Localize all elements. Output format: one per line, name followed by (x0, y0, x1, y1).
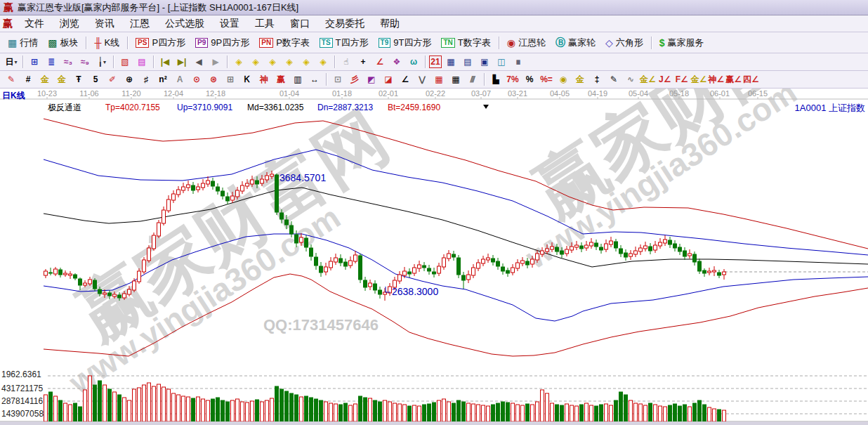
diamond-center-icon[interactable]: ◈ (315, 55, 331, 69)
period-selector-dropdown-icon[interactable]: ▾ (14, 59, 17, 65)
chart-pane[interactable]: 赢家财富网www.yingjia360.com赢家财富网www.yingjia3… (0, 89, 868, 425)
diamond-wide-icon[interactable]: ◈ (298, 55, 314, 69)
mini-candle-icon-dropdown-icon[interactable]: ▾ (103, 59, 106, 65)
menu-trade-entrust[interactable]: 交易委托 (317, 18, 372, 30)
diamond-right-icon[interactable]: ◈ (248, 55, 263, 69)
clock-cycle-tool[interactable]: ⊕ (121, 72, 137, 86)
win-angle-tool[interactable]: 赢∠ (725, 72, 742, 86)
gold-line-tool[interactable]: 金 (572, 72, 588, 86)
compass-tool[interactable]: ⊙ (189, 72, 204, 86)
notes-icon[interactable]: ▤ (460, 55, 475, 69)
black-grid-tool[interactable]: ▦ (448, 72, 463, 86)
menu-file[interactable]: 文件 (17, 18, 52, 30)
first-bar-icon[interactable]: |◀ (157, 55, 173, 69)
menu-tools[interactable]: 工具 (247, 18, 282, 30)
diamond-compress-icon[interactable]: ◈ (282, 55, 297, 69)
wave9-icon[interactable]: ≈₉ (77, 55, 93, 69)
gold-circle-tool[interactable]: ◉ (555, 72, 571, 86)
f-ruler-tool[interactable]: Ŧ (71, 72, 86, 86)
menu-settings[interactable]: 设置 (212, 18, 247, 30)
red-grid-tool[interactable]: ▦ (431, 72, 447, 86)
wave-av-tool[interactable]: ∿ (623, 72, 638, 86)
toolbar-button-p-number-table[interactable]: PNP数字表 (254, 34, 315, 52)
gann-box-icon[interactable]: ⊞ (27, 55, 42, 69)
v-line-tool[interactable]: ⋁ (414, 72, 430, 86)
toolbar-button-quotes[interactable]: ▦行情 (3, 34, 43, 52)
next-bar-icon[interactable]: ▶ (208, 55, 223, 69)
k-quote-tool[interactable]: Ꮶ (239, 72, 255, 86)
menu-news[interactable]: 资讯 (87, 18, 122, 30)
toolbar-button-gann-wheel[interactable]: ◉江恩轮 (502, 34, 551, 52)
f-angle-tool[interactable]: F∠ (674, 72, 690, 86)
cycle-icon[interactable]: ω (406, 55, 421, 69)
toolbar-button-t-square[interactable]: TST四方形 (315, 34, 374, 52)
toolbar-button-9t-square[interactable]: T99T四方形 (374, 34, 437, 52)
five-ruler-tool[interactable]: 5 (88, 72, 103, 86)
prev-bar-icon[interactable]: ◀ (191, 55, 206, 69)
menu-gann[interactable]: 江恩 (122, 18, 157, 30)
pct-tool[interactable]: % (522, 72, 537, 86)
gold-grid-tool-1[interactable]: 金 (37, 72, 53, 86)
seven-pct-tool[interactable]: 7% (505, 72, 520, 86)
menu-formula-stock-pick[interactable]: 公式选股 (157, 18, 212, 30)
pencil-tool[interactable]: ✎ (4, 72, 19, 86)
star-web-tool[interactable]: ⊛ (206, 72, 221, 86)
toolbar-button-hexagon[interactable]: ◇六角形 (600, 34, 648, 52)
diamond-expand-icon[interactable]: ◈ (265, 55, 280, 69)
brush-tool[interactable]: ✎ (606, 72, 622, 86)
crosshair-icon[interactable]: + (355, 55, 371, 69)
ray-fan-tool[interactable]: 彡 (347, 72, 362, 86)
airbrush-tool[interactable]: ✐ (105, 72, 120, 86)
gold-angle-tool-1[interactable]: 金∠ (640, 72, 656, 86)
calculator-icon[interactable]: ▦ (443, 55, 459, 69)
calendar-icon[interactable]: 21 (429, 55, 442, 68)
histogram-tool[interactable]: ▙ (488, 72, 504, 86)
angle-measure-icon[interactable]: ∠ (372, 55, 388, 69)
toolbar-button-sectors[interactable]: ▩板块 (43, 34, 83, 52)
j-angle-tool[interactable]: J∠ (657, 72, 673, 86)
menu-window[interactable]: 窗口 (282, 18, 317, 30)
toolbar-button-winner-service[interactable]: $赢家服务 (655, 34, 709, 52)
toolbar-button-t-number-table[interactable]: TNT数字表 (436, 34, 495, 52)
menu-help[interactable]: 帮助 (372, 18, 407, 30)
box-plus-tool[interactable]: ⊡ (330, 72, 346, 86)
span-arrow-tool[interactable]: ↔ (307, 72, 322, 86)
net-save-icon[interactable]: ◫ (494, 55, 509, 69)
angle-line-tool[interactable]: ∠ (397, 72, 413, 86)
diamond-left-icon[interactable]: ◈ (231, 55, 246, 69)
shen-ruler-tool[interactable]: 神 (256, 72, 272, 86)
print-icon[interactable]: ∎ (511, 55, 526, 69)
pct-line-tool[interactable]: %= (539, 72, 554, 86)
four-angle-tool[interactable]: 四∠ (743, 72, 759, 86)
mini-candle-icon[interactable]: ╽▾ (94, 55, 110, 69)
gold-grid-tool-2[interactable]: 金 (54, 72, 70, 86)
toolbar-button-p-square[interactable]: PSP四方形 (131, 34, 190, 52)
menu-browse[interactable]: 浏览 (52, 18, 87, 30)
toolbar-button-winner-wheel[interactable]: Ⓑ赢家轮 (551, 34, 600, 52)
a-lines-tool[interactable]: A (172, 72, 188, 86)
gann-shape-icon[interactable]: ❖ (389, 55, 405, 69)
period-selector[interactable]: 日▾ (4, 55, 19, 69)
red-fan-box-tool[interactable]: ◪ (381, 72, 396, 86)
purple-fan-tool[interactable]: ◩ (364, 72, 379, 86)
win-ruler-tool[interactable]: 赢 (273, 72, 289, 86)
ruler-lines-tool[interactable]: # (20, 72, 36, 86)
shen-angle-tool[interactable]: 神∠ (709, 72, 725, 86)
trend-pen-tool[interactable]: ‡ (589, 72, 605, 86)
kline-chart[interactable]: 赢家财富网www.yingjia360.com赢家财富网www.yingjia3… (0, 89, 868, 425)
web-grid-tool[interactable]: ⊞ (223, 72, 238, 86)
wave3-icon[interactable]: ≈₃ (60, 55, 76, 69)
hand-icon[interactable]: ☝ (338, 55, 354, 69)
number-ruler-tool[interactable]: ▥ (290, 72, 305, 86)
gold-angle-tool-2[interactable]: 金∠ (691, 72, 707, 86)
document-icon[interactable]: ≣ (44, 55, 59, 69)
distribution-icon[interactable]: ▤ (134, 55, 150, 69)
toolbar-button-9p-square[interactable]: P99P四方形 (190, 34, 254, 52)
toolbar-button-kline[interactable]: ╫K线 (89, 34, 124, 52)
last-bar-icon[interactable]: ▶| (174, 55, 190, 69)
n-square-tool[interactable]: n² (155, 72, 171, 86)
slant-lines-tool[interactable]: ⫻ (465, 72, 480, 86)
save-icon[interactable]: ▣ (477, 55, 492, 69)
dense-lines-tool[interactable]: ♯ (138, 72, 154, 86)
chip-icon[interactable]: ▧ (117, 55, 133, 69)
